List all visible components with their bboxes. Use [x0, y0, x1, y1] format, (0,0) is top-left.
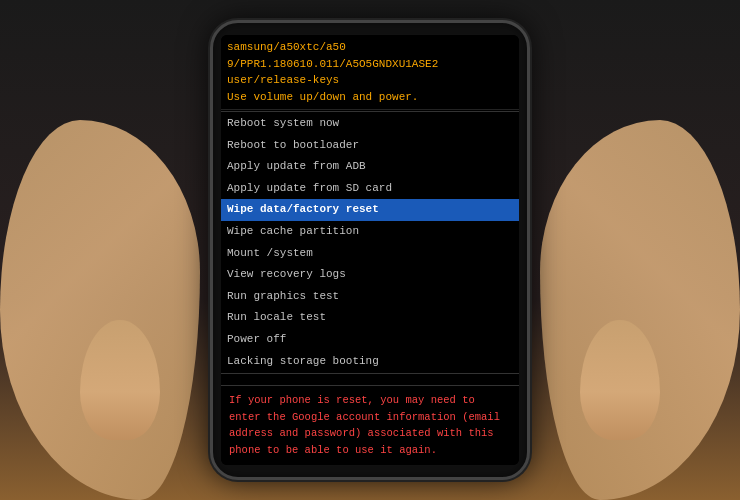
warning-section: If your phone is reset, you may need to … — [221, 385, 519, 465]
menu-item-8[interactable]: Run graphics test — [221, 286, 519, 308]
header-line-3: user/release-keys — [227, 72, 513, 89]
menu-divider-top — [221, 111, 519, 112]
menu-item-5[interactable]: Wipe cache partition — [221, 221, 519, 243]
warning-text: If your phone is reset, you may need to … — [229, 394, 500, 456]
menu-item-9[interactable]: Run locale test — [221, 307, 519, 329]
menu-item-7[interactable]: View recovery logs — [221, 264, 519, 286]
scene: samsung/a50xtc/a50 9/PPR1.180610.011/A5O… — [0, 0, 740, 500]
header-line-2: 9/PPR1.180610.011/A5O5GNDXU1ASE2 — [227, 56, 513, 73]
header-line-4: Use volume up/down and power. — [227, 89, 513, 106]
recovery-menu: Reboot system now Reboot to bootloader A… — [221, 110, 519, 385]
header-line-1: samsung/a50xtc/a50 — [227, 39, 513, 56]
menu-divider-bottom — [221, 373, 519, 374]
recovery-header: samsung/a50xtc/a50 9/PPR1.180610.011/A5O… — [221, 35, 519, 110]
menu-item-3[interactable]: Apply update from SD card — [221, 178, 519, 200]
menu-item-10[interactable]: Power off — [221, 329, 519, 351]
menu-item-6[interactable]: Mount /system — [221, 243, 519, 265]
phone-screen: samsung/a50xtc/a50 9/PPR1.180610.011/A5O… — [221, 35, 519, 465]
menu-item-11[interactable]: Lacking storage booting — [221, 351, 519, 373]
menu-item-4-wipe[interactable]: Wipe data/factory reset — [221, 199, 519, 221]
menu-item-0[interactable]: Reboot system now — [221, 113, 519, 135]
phone: samsung/a50xtc/a50 9/PPR1.180610.011/A5O… — [210, 20, 530, 480]
menu-item-1[interactable]: Reboot to bootloader — [221, 135, 519, 157]
menu-item-2[interactable]: Apply update from ADB — [221, 156, 519, 178]
